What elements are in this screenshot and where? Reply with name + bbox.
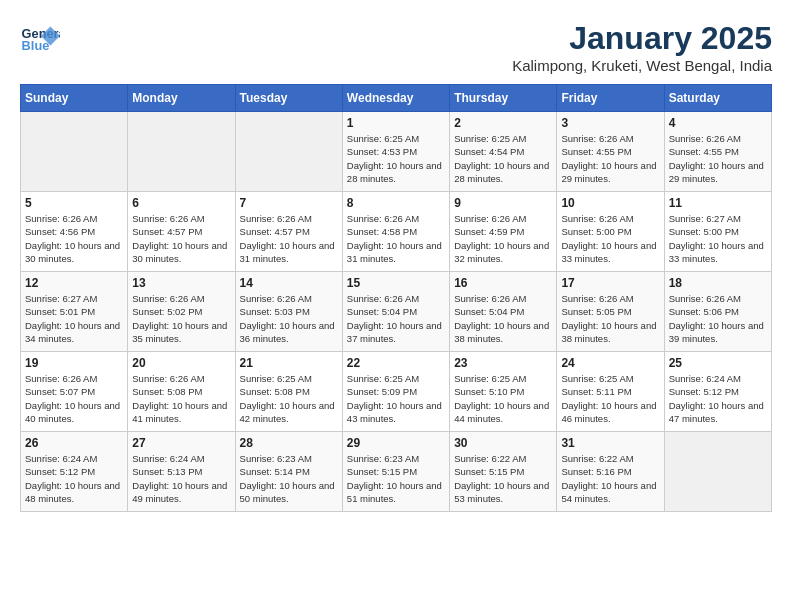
day-info: Sunrise: 6:26 AM Sunset: 5:07 PM Dayligh…: [25, 372, 123, 425]
calendar-cell: 28 Sunrise: 6:23 AM Sunset: 5:14 PM Dayl…: [235, 432, 342, 512]
sunrise-text: Sunrise: 6:27 AM: [25, 293, 97, 304]
sunrise-text: Sunrise: 6:26 AM: [561, 293, 633, 304]
day-info: Sunrise: 6:27 AM Sunset: 5:00 PM Dayligh…: [669, 212, 767, 265]
day-info: Sunrise: 6:25 AM Sunset: 5:11 PM Dayligh…: [561, 372, 659, 425]
sunrise-text: Sunrise: 6:24 AM: [669, 373, 741, 384]
calendar-cell: 14 Sunrise: 6:26 AM Sunset: 5:03 PM Dayl…: [235, 272, 342, 352]
day-info: Sunrise: 6:26 AM Sunset: 4:58 PM Dayligh…: [347, 212, 445, 265]
day-number: 23: [454, 356, 552, 370]
day-of-week-header: Wednesday: [342, 85, 449, 112]
calendar-cell: [21, 112, 128, 192]
day-info: Sunrise: 6:26 AM Sunset: 4:55 PM Dayligh…: [669, 132, 767, 185]
calendar-cell: 8 Sunrise: 6:26 AM Sunset: 4:58 PM Dayli…: [342, 192, 449, 272]
day-number: 30: [454, 436, 552, 450]
day-info: Sunrise: 6:26 AM Sunset: 5:05 PM Dayligh…: [561, 292, 659, 345]
calendar-cell: 26 Sunrise: 6:24 AM Sunset: 5:12 PM Dayl…: [21, 432, 128, 512]
sunrise-text: Sunrise: 6:26 AM: [240, 213, 312, 224]
calendar-cell: [664, 432, 771, 512]
day-info: Sunrise: 6:26 AM Sunset: 4:59 PM Dayligh…: [454, 212, 552, 265]
daylight-text: Daylight: 10 hours and 29 minutes.: [561, 160, 656, 184]
sunrise-text: Sunrise: 6:22 AM: [454, 453, 526, 464]
sunrise-text: Sunrise: 6:25 AM: [347, 373, 419, 384]
day-info: Sunrise: 6:25 AM Sunset: 5:10 PM Dayligh…: [454, 372, 552, 425]
sunrise-text: Sunrise: 6:26 AM: [561, 133, 633, 144]
day-number: 31: [561, 436, 659, 450]
sunset-text: Sunset: 5:02 PM: [132, 306, 202, 317]
sunset-text: Sunset: 5:04 PM: [454, 306, 524, 317]
calendar-cell: 29 Sunrise: 6:23 AM Sunset: 5:15 PM Dayl…: [342, 432, 449, 512]
day-number: 19: [25, 356, 123, 370]
day-info: Sunrise: 6:26 AM Sunset: 4:55 PM Dayligh…: [561, 132, 659, 185]
calendar-cell: 31 Sunrise: 6:22 AM Sunset: 5:16 PM Dayl…: [557, 432, 664, 512]
calendar-cell: 27 Sunrise: 6:24 AM Sunset: 5:13 PM Dayl…: [128, 432, 235, 512]
day-number: 29: [347, 436, 445, 450]
calendar-cell: 13 Sunrise: 6:26 AM Sunset: 5:02 PM Dayl…: [128, 272, 235, 352]
sunset-text: Sunset: 4:57 PM: [132, 226, 202, 237]
day-number: 21: [240, 356, 338, 370]
day-number: 11: [669, 196, 767, 210]
daylight-text: Daylight: 10 hours and 48 minutes.: [25, 480, 120, 504]
sunset-text: Sunset: 4:54 PM: [454, 146, 524, 157]
daylight-text: Daylight: 10 hours and 31 minutes.: [347, 240, 442, 264]
day-info: Sunrise: 6:24 AM Sunset: 5:12 PM Dayligh…: [669, 372, 767, 425]
sunset-text: Sunset: 5:11 PM: [561, 386, 631, 397]
sunset-text: Sunset: 4:57 PM: [240, 226, 310, 237]
sunset-text: Sunset: 5:15 PM: [347, 466, 417, 477]
month-title: January 2025: [512, 20, 772, 57]
day-info: Sunrise: 6:23 AM Sunset: 5:15 PM Dayligh…: [347, 452, 445, 505]
day-number: 17: [561, 276, 659, 290]
daylight-text: Daylight: 10 hours and 28 minutes.: [454, 160, 549, 184]
day-info: Sunrise: 6:25 AM Sunset: 4:53 PM Dayligh…: [347, 132, 445, 185]
sunset-text: Sunset: 5:07 PM: [25, 386, 95, 397]
calendar-table: SundayMondayTuesdayWednesdayThursdayFrid…: [20, 84, 772, 512]
sunrise-text: Sunrise: 6:26 AM: [25, 373, 97, 384]
sunrise-text: Sunrise: 6:26 AM: [669, 293, 741, 304]
calendar-cell: 7 Sunrise: 6:26 AM Sunset: 4:57 PM Dayli…: [235, 192, 342, 272]
sunset-text: Sunset: 4:55 PM: [561, 146, 631, 157]
day-number: 27: [132, 436, 230, 450]
sunset-text: Sunset: 5:00 PM: [669, 226, 739, 237]
daylight-text: Daylight: 10 hours and 33 minutes.: [561, 240, 656, 264]
sunrise-text: Sunrise: 6:26 AM: [454, 293, 526, 304]
daylight-text: Daylight: 10 hours and 47 minutes.: [669, 400, 764, 424]
daylight-text: Daylight: 10 hours and 37 minutes.: [347, 320, 442, 344]
calendar-week-row: 12 Sunrise: 6:27 AM Sunset: 5:01 PM Dayl…: [21, 272, 772, 352]
day-number: 24: [561, 356, 659, 370]
day-info: Sunrise: 6:22 AM Sunset: 5:16 PM Dayligh…: [561, 452, 659, 505]
logo-icon: General Blue: [20, 20, 60, 60]
sunrise-text: Sunrise: 6:26 AM: [25, 213, 97, 224]
calendar-week-row: 26 Sunrise: 6:24 AM Sunset: 5:12 PM Dayl…: [21, 432, 772, 512]
sunset-text: Sunset: 5:05 PM: [561, 306, 631, 317]
calendar-cell: 24 Sunrise: 6:25 AM Sunset: 5:11 PM Dayl…: [557, 352, 664, 432]
day-of-week-header: Tuesday: [235, 85, 342, 112]
daylight-text: Daylight: 10 hours and 49 minutes.: [132, 480, 227, 504]
day-number: 8: [347, 196, 445, 210]
day-info: Sunrise: 6:26 AM Sunset: 5:03 PM Dayligh…: [240, 292, 338, 345]
daylight-text: Daylight: 10 hours and 53 minutes.: [454, 480, 549, 504]
calendar-cell: 9 Sunrise: 6:26 AM Sunset: 4:59 PM Dayli…: [450, 192, 557, 272]
sunrise-text: Sunrise: 6:26 AM: [132, 373, 204, 384]
calendar-cell: [128, 112, 235, 192]
daylight-text: Daylight: 10 hours and 38 minutes.: [454, 320, 549, 344]
calendar-cell: 22 Sunrise: 6:25 AM Sunset: 5:09 PM Dayl…: [342, 352, 449, 432]
daylight-text: Daylight: 10 hours and 39 minutes.: [669, 320, 764, 344]
daylight-text: Daylight: 10 hours and 44 minutes.: [454, 400, 549, 424]
sunset-text: Sunset: 5:15 PM: [454, 466, 524, 477]
sunrise-text: Sunrise: 6:26 AM: [240, 293, 312, 304]
daylight-text: Daylight: 10 hours and 29 minutes.: [669, 160, 764, 184]
sunset-text: Sunset: 5:01 PM: [25, 306, 95, 317]
sunrise-text: Sunrise: 6:26 AM: [132, 213, 204, 224]
daylight-text: Daylight: 10 hours and 43 minutes.: [347, 400, 442, 424]
calendar-week-row: 5 Sunrise: 6:26 AM Sunset: 4:56 PM Dayli…: [21, 192, 772, 272]
day-number: 26: [25, 436, 123, 450]
calendar-cell: 16 Sunrise: 6:26 AM Sunset: 5:04 PM Dayl…: [450, 272, 557, 352]
svg-text:Blue: Blue: [22, 38, 50, 53]
day-number: 1: [347, 116, 445, 130]
calendar-week-row: 19 Sunrise: 6:26 AM Sunset: 5:07 PM Dayl…: [21, 352, 772, 432]
calendar-cell: 17 Sunrise: 6:26 AM Sunset: 5:05 PM Dayl…: [557, 272, 664, 352]
day-number: 6: [132, 196, 230, 210]
calendar-cell: 21 Sunrise: 6:25 AM Sunset: 5:08 PM Dayl…: [235, 352, 342, 432]
daylight-text: Daylight: 10 hours and 30 minutes.: [132, 240, 227, 264]
day-info: Sunrise: 6:23 AM Sunset: 5:14 PM Dayligh…: [240, 452, 338, 505]
day-info: Sunrise: 6:26 AM Sunset: 5:04 PM Dayligh…: [347, 292, 445, 345]
